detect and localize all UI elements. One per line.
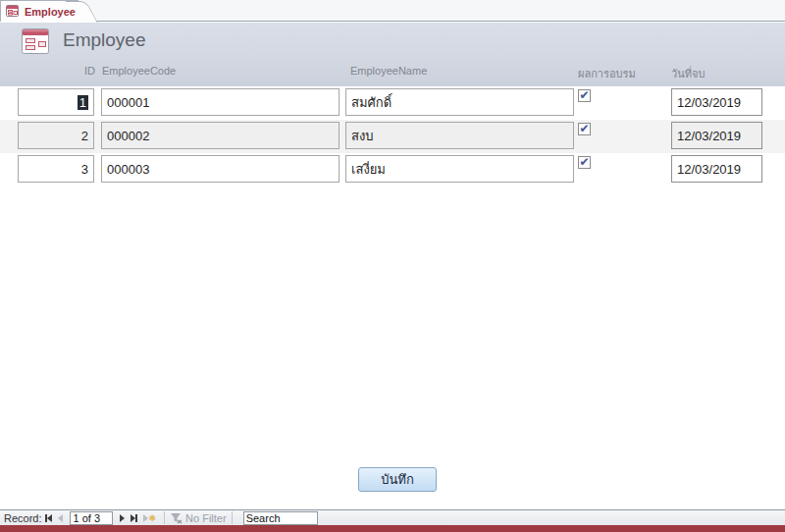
employee-name-field[interactable]: สงบ <box>345 122 574 149</box>
training-result-checkbox[interactable]: ✔ <box>578 89 591 102</box>
records-area: 1 000001 สมศักดิ์ ✔ 12/03/2019 2 000002 … <box>0 86 785 186</box>
id-field[interactable]: 2 <box>18 122 94 149</box>
divider <box>232 511 233 524</box>
record-navigation-bar: Record: 1 of 3 ✱ No Filter <box>0 509 785 525</box>
training-result-checkbox[interactable]: ✔ <box>578 156 591 169</box>
employee-name-field[interactable]: สมศักดิ์ <box>345 88 574 116</box>
table-row: 1 000001 สมศักดิ์ ✔ 12/03/2019 <box>0 86 785 120</box>
next-record-button[interactable] <box>117 511 128 525</box>
next-record-icon <box>120 514 125 522</box>
column-header-employeename: EmployeeName <box>350 65 427 77</box>
previous-record-button[interactable] <box>55 511 66 525</box>
new-record-button[interactable]: ✱ <box>140 511 160 525</box>
tab-employee-label: Employee <box>25 6 76 18</box>
column-header-id: ID <box>69 65 95 77</box>
column-header-end-date: วันที่จบ <box>671 65 705 82</box>
divider <box>164 511 165 524</box>
filter-funnel-icon <box>170 512 183 524</box>
id-value-selected: 1 <box>78 95 88 110</box>
no-filter-label: No Filter <box>185 512 227 524</box>
document-tab-bar: Employee <box>0 0 785 22</box>
table-row: 2 000002 สงบ ✔ 12/03/2019 <box>0 120 785 153</box>
employee-code-field[interactable]: 000002 <box>101 122 340 149</box>
tab-employee[interactable]: Employee <box>0 0 78 22</box>
search-input[interactable] <box>243 511 318 525</box>
previous-record-icon <box>58 514 63 522</box>
last-record-button[interactable] <box>128 511 140 525</box>
id-field[interactable]: 1 <box>18 88 94 116</box>
training-result-checkbox[interactable]: ✔ <box>578 123 591 135</box>
form-title-icon <box>22 28 49 58</box>
table-row: 3 000003 เสงี่ยม ✔ 12/03/2019 <box>0 153 785 186</box>
end-date-field[interactable]: 12/03/2019 <box>671 88 762 116</box>
end-date-field[interactable]: 12/03/2019 <box>671 122 762 149</box>
check-icon: ✔ <box>579 89 589 101</box>
filter-toggle[interactable]: No Filter <box>170 512 227 524</box>
new-record-icon <box>143 514 148 522</box>
end-date-field[interactable]: 12/03/2019 <box>671 155 762 183</box>
first-record-button[interactable] <box>42 511 55 525</box>
employee-name-field[interactable]: เสงี่ยม <box>345 155 574 183</box>
id-field[interactable]: 3 <box>18 155 94 183</box>
check-icon: ✔ <box>579 123 589 134</box>
check-icon: ✔ <box>579 156 589 168</box>
column-header-employeecode: EmployeeCode <box>102 65 176 77</box>
record-position-box[interactable]: 1 of 3 <box>70 511 113 525</box>
page-title: Employee <box>63 29 146 51</box>
new-record-star-icon: ✱ <box>149 513 157 523</box>
window-bottom-accent-bar <box>0 525 785 532</box>
employee-code-field[interactable]: 000001 <box>101 88 340 116</box>
record-label: Record: <box>4 512 42 524</box>
save-button[interactable]: บันทึก <box>358 467 437 492</box>
form-header: Employee ID EmployeeCode EmployeeName ผล… <box>0 23 785 86</box>
employee-code-field[interactable]: 000003 <box>101 155 340 183</box>
form-tab-icon <box>6 3 19 21</box>
column-header-training-result: ผลการอบรม <box>578 65 636 82</box>
